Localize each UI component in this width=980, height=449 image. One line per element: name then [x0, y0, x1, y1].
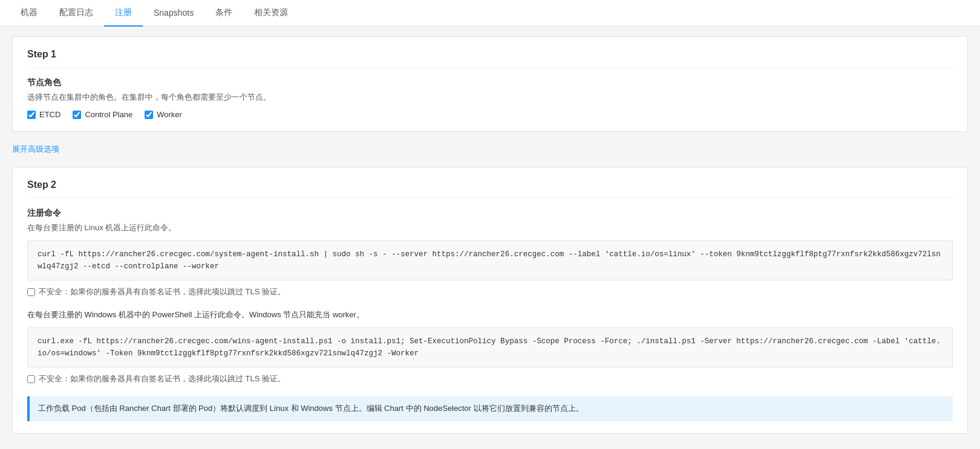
checkbox-row: ETCDControl PlaneWorker [27, 110, 953, 119]
windows-desc: 在每台要注册的 Windows 机器中的 PowerShell 上运行此命令。W… [27, 309, 953, 320]
info-banner: 工作负载 Pod（包括由 Rancher Chart 部署的 Pod）将默认调度… [27, 396, 953, 421]
windows-code-block: curl.exe -fL https://rancher26.crecgec.c… [27, 328, 953, 367]
checkbox-label-etcd: ETCD [39, 110, 60, 119]
tls-checkbox-input-2[interactable] [27, 375, 35, 383]
expand-advanced-link[interactable]: 展开高级选项 [12, 141, 59, 157]
step2-card: Step 2 注册命令 在每台要注册的 Linux 机器上运行此命令。 curl… [12, 167, 968, 434]
tab-machines[interactable]: 机器 [10, 0, 48, 27]
register-desc: 在每台要注册的 Linux 机器上运行此命令。 [27, 222, 953, 233]
checkbox-input-etcd[interactable] [27, 111, 36, 119]
step1-desc: 选择节点在集群中的角色。在集群中，每个角色都需要至少一个节点。 [27, 92, 953, 103]
step2-title: Step 2 [27, 179, 953, 198]
checkbox-label-controlplane: Control Plane [85, 110, 132, 119]
step1-section-label: 节点角色 [27, 77, 953, 88]
checkbox-label-worker: Worker [157, 110, 182, 119]
tls-label-2: 不安全：如果你的服务器具有自签名证书，选择此项以跳过 TLS 验证。 [39, 373, 286, 384]
checkbox-item-controlplane[interactable]: Control Plane [73, 110, 132, 119]
tls-label-1: 不安全：如果你的服务器具有自签名证书，选择此项以跳过 TLS 验证。 [39, 286, 286, 297]
tab-navigation: 机器配置日志注册Snapshots条件相关资源 [0, 0, 980, 27]
checkbox-item-worker[interactable]: Worker [145, 110, 182, 119]
tab-snapshots[interactable]: Snapshots [143, 1, 204, 26]
tab-register[interactable]: 注册 [104, 0, 143, 27]
tab-related-resources[interactable]: 相关资源 [243, 0, 299, 27]
step1-card: Step 1 节点角色 选择节点在集群中的角色。在集群中，每个角色都需要至少一个… [12, 36, 968, 132]
checkbox-input-controlplane[interactable] [73, 111, 81, 119]
tab-conditions[interactable]: 条件 [204, 0, 243, 27]
tls-checkbox-1: 不安全：如果你的服务器具有自签名证书，选择此项以跳过 TLS 验证。 [27, 286, 953, 297]
checkbox-item-etcd[interactable]: ETCD [27, 110, 60, 119]
main-content: Step 1 节点角色 选择节点在集群中的角色。在集群中，每个角色都需要至少一个… [0, 27, 980, 449]
tls-checkbox-2: 不安全：如果你的服务器具有自签名证书，选择此项以跳过 TLS 验证。 [27, 373, 953, 384]
linux-code-block: curl -fL https://rancher26.crecgec.com/s… [27, 241, 953, 280]
tls-checkbox-input-1[interactable] [27, 288, 35, 296]
step1-title: Step 1 [27, 49, 953, 68]
tab-config-log[interactable]: 配置日志 [48, 0, 104, 27]
register-label: 注册命令 [27, 208, 953, 219]
checkbox-input-worker[interactable] [145, 111, 153, 119]
